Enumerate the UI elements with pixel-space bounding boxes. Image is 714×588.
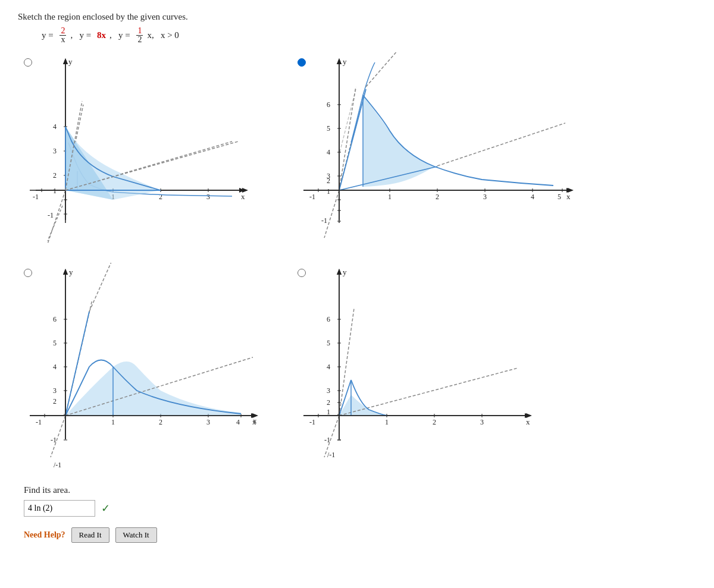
svg-text:1: 1 [111,418,115,426]
svg-text:4: 4 [53,363,57,371]
check-icon: ✓ [101,502,110,515]
eq-y2: 8x [97,30,106,40]
radio-top-left[interactable] [24,58,32,67]
svg-marker-34 [242,188,248,193]
svg-text:1: 1 [385,418,389,426]
svg-line-117 [89,263,113,312]
graphs-top-row: y x 4 3 2 1 -1 -1 1 2 [18,52,696,251]
svg-text:4: 4 [327,148,330,156]
need-help-row: Need Help? Read It Watch It [24,527,696,543]
watch-it-button[interactable]: Watch It [115,527,157,543]
svg-text:3: 3 [53,386,57,395]
graph-top-right: y x 6 5 4 3 2 1 -1 -1 [292,52,589,251]
svg-text:y: y [343,57,347,66]
problem-statement: Sketch the region enclosed by the given … [18,12,696,22]
svg-text:4: 4 [531,193,534,201]
svg-text:5: 5 [327,339,330,347]
svg-text:6: 6 [327,315,330,323]
svg-text:-1: -1 [33,193,39,201]
graph-top-left: y x 4 3 2 1 -1 -1 1 2 [18,52,268,251]
radio-bottom-left[interactable] [24,269,32,277]
svg-text:1: 1 [53,187,57,195]
svg-text:/-1: /-1 [54,461,61,469]
svg-text:2: 2 [436,193,439,201]
svg-text:2: 2 [159,193,162,201]
svg-text:-1: -1 [321,216,327,225]
bottom-section: Find its area. ✓ Need Help? Read It Watc… [18,485,696,543]
svg-text:y: y [69,268,73,276]
eq-fraction-1: 2 x [60,27,66,44]
svg-text:-1: -1 [36,418,42,426]
svg-marker-162 [337,269,342,275]
svg-line-79 [366,52,411,87]
svg-text:4: 4 [236,418,240,426]
graph-top-left-container: y x 4 3 2 1 -1 -1 1 2 [18,52,268,251]
svg-text:3: 3 [327,386,330,395]
svg-text:6: 6 [327,100,330,109]
find-area-label: Find its area. [24,485,696,495]
svg-text:-1: -1 [309,418,315,426]
svg-text:3: 3 [206,193,210,201]
svg-text:2: 2 [327,177,330,185]
svg-text:3: 3 [206,418,210,426]
eq-y1-prefix: y = [42,30,55,40]
svg-text:x: x [566,192,571,201]
radio-top-right[interactable] [298,58,306,67]
svg-text:3: 3 [480,418,484,426]
svg-text:2: 2 [53,397,57,405]
svg-text:3: 3 [53,147,57,155]
answer-row: ✓ [24,500,696,517]
svg-text:-1: -1 [309,193,315,201]
eq-comma1: , y = [70,30,93,40]
graph-bottom-left: y x 6 5 4 3 2 -1 1 2 3 [18,263,268,473]
svg-text:5: 5 [558,193,561,201]
svg-text:4: 4 [53,122,57,131]
page: Sketch the region enclosed by the given … [0,0,714,588]
svg-text:3: 3 [483,193,487,201]
graphs-bottom-row: y x 6 5 4 3 2 -1 1 2 3 [18,263,696,473]
svg-text:x: x [241,192,245,201]
svg-text:x: x [526,417,530,426]
svg-text:2: 2 [433,418,436,426]
svg-text:2: 2 [159,418,162,426]
eq-comma2: , y = [109,30,132,40]
svg-text:/-1: /-1 [327,451,335,459]
svg-text:6: 6 [53,315,57,323]
svg-marker-33 [63,58,68,64]
graph-bottom-right-container: y x 6 5 4 3 2 1 -1 -1 [292,263,541,473]
svg-text:5: 5 [53,339,57,347]
graph-top-right-container: y x 6 5 4 3 2 1 -1 -1 [292,52,589,251]
read-it-button[interactable]: Read It [71,527,109,543]
svg-text:-1: -1 [48,211,54,219]
radio-bottom-right[interactable] [298,269,306,277]
svg-text:4: 4 [327,363,330,371]
svg-text:x: x [253,416,257,425]
need-help-label: Need Help? [24,530,65,540]
svg-marker-84 [568,188,574,193]
svg-marker-122 [63,269,68,275]
eq-x: x, x > 0 [147,30,178,40]
svg-text:5: 5 [327,124,330,133]
svg-text:2: 2 [53,171,57,180]
svg-text:y: y [343,268,347,276]
graph-bottom-left-container: y x 6 5 4 3 2 -1 1 2 3 [18,263,268,473]
graph-bottom-right: y x 6 5 4 3 2 1 -1 -1 [292,263,541,473]
svg-text:y: y [68,57,73,66]
svg-line-80 [339,89,356,155]
svg-text:1: 1 [327,408,330,416]
eq-fraction-2: 1 2 [136,27,143,44]
svg-text:1: 1 [327,187,330,196]
svg-text:1: 1 [388,193,392,201]
svg-line-74 [437,123,565,166]
answer-input[interactable] [24,500,95,517]
svg-text:2: 2 [327,398,330,407]
equation-line: y = 2 x , y = 8x , y = 1 2 x, x > 0 [18,27,696,44]
svg-marker-83 [337,58,342,64]
svg-line-72 [324,190,339,238]
